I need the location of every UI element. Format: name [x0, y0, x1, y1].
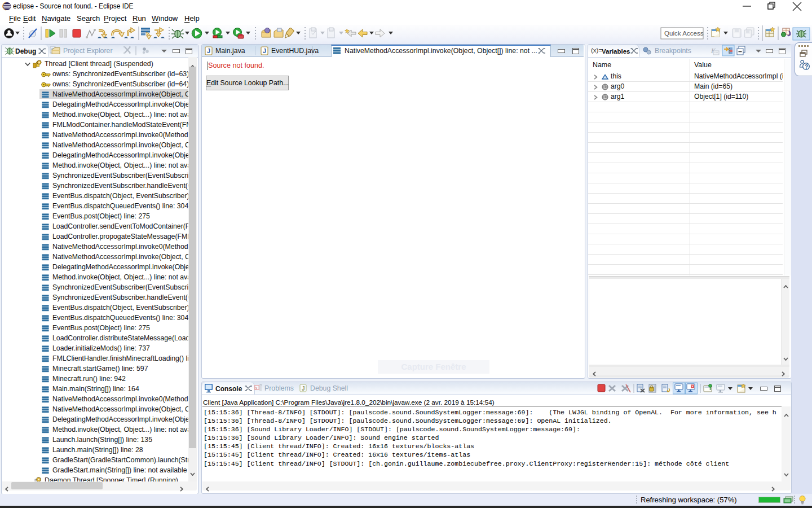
- svg-text:J: J: [207, 47, 210, 54]
- svg-text:L: L: [604, 95, 606, 99]
- svg-text:J: J: [302, 386, 305, 392]
- svg-text:Quick Access: Quick Access: [664, 29, 704, 37]
- svg-text:?: ?: [805, 64, 808, 70]
- svg-text:L: L: [604, 85, 606, 89]
